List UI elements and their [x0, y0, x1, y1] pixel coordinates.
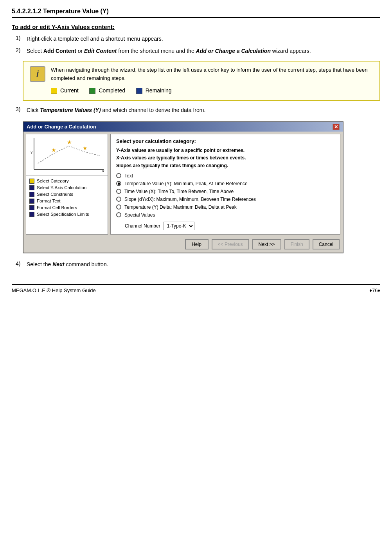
dialog-step-format-borders: Format Cell Borders — [29, 204, 104, 211]
footer-left: MEGAM.O.L.E.® Help System Guide — [12, 287, 96, 293]
svg-text:X: X — [101, 169, 104, 173]
note-content: When navigating through the wizard, the … — [51, 66, 373, 95]
dialog-footer: Help << Previous Next >> Finish Cancel — [23, 237, 343, 253]
dialog-title: Add or Change a Calculation — [27, 124, 96, 130]
step-label-0: Select Category — [37, 179, 69, 183]
current-label: Current — [60, 87, 79, 95]
channel-label: Channel Number — [125, 223, 160, 229]
previous-button[interactable]: << Previous — [212, 239, 249, 249]
step-swatch-4 — [29, 205, 34, 210]
dialog-desc-1: X-Axis values are typically times or tim… — [116, 155, 334, 161]
step-swatch-2 — [29, 192, 34, 197]
dialog-step-constraints: Select Constraints — [29, 191, 104, 198]
radio-slope-circle — [116, 197, 121, 202]
step-label-3: Format Text — [37, 199, 61, 203]
channel-row: Channel Number 1-Type-K — [125, 222, 334, 230]
completed-label: Completed — [99, 87, 125, 95]
dialog-step-select-category: Select Category — [29, 178, 104, 184]
step-label-1: Select Y-Axis Calculation — [37, 185, 86, 190]
step-label-2: Select Constraints — [37, 192, 73, 197]
step-3-content: Click Temperature Values (Y) and which c… — [27, 106, 380, 114]
dialog-step-format-text: Format Text — [29, 198, 104, 204]
step-1-content: Right-click a template cell and a shortc… — [27, 35, 380, 43]
dialog-body: Y X ★ ★ ★ Select Category Se — [23, 132, 343, 237]
radio-group: Text Temperature Value (Y): Minimum, Pea… — [116, 173, 334, 218]
step-label-5: Select Specification Limits — [37, 212, 89, 217]
remaining-label: Remaining — [146, 87, 172, 95]
note-box: i When navigating through the wizard, th… — [23, 61, 380, 101]
radio-temp-y-label: Temperature Value (Y): Minimum, Peak, At… — [124, 181, 248, 186]
dialog-heading: Select your calculation category: — [116, 138, 334, 144]
radio-slope-label: Slope (dY/dX): Maximum, Minimum, Between… — [124, 197, 256, 202]
radio-special-label: Special Values — [124, 212, 155, 218]
step-4: 4) Select the Next command button. — [12, 260, 380, 269]
dialog-graph: Y X ★ ★ ★ — [26, 134, 108, 175]
step-2: 2) Select Add Content or Edit Content fr… — [12, 47, 380, 55]
svg-text:★: ★ — [83, 145, 88, 151]
step-3: 3) Click Temperature Values (Y) and whic… — [12, 106, 380, 114]
dialog-step-y-axis: Select Y-Axis Calculation — [29, 184, 104, 191]
step-swatch-5 — [29, 212, 34, 217]
svg-text:★: ★ — [67, 139, 72, 145]
radio-slope[interactable]: Slope (dY/dX): Maximum, Minimum, Between… — [116, 197, 334, 202]
svg-text:Y: Y — [30, 150, 33, 154]
dialog-right-panel: Select your calculation category: Y-Axis… — [110, 134, 340, 235]
radio-text-label: Text — [124, 173, 133, 179]
dialog-left-panel: Y X ★ ★ ★ Select Category Se — [26, 134, 108, 235]
step-4-content: Select the Next command button. — [27, 260, 380, 269]
radio-text[interactable]: Text — [116, 173, 334, 179]
color-key: Current Completed Remaining — [51, 87, 373, 95]
radio-time-x-circle — [116, 189, 121, 194]
step-2-num: 2) — [16, 47, 27, 55]
radio-text-circle — [116, 173, 121, 178]
dialog-steps-list: Select Category Select Y-Axis Calculatio… — [26, 175, 108, 220]
radio-temp-y-circle — [116, 181, 121, 186]
step-2-content: Select Add Content or Edit Content from … — [27, 47, 380, 55]
next-button[interactable]: Next >> — [252, 239, 281, 249]
radio-special-circle — [116, 212, 121, 217]
cancel-button[interactable]: Cancel — [313, 239, 340, 249]
dialog-close-button[interactable]: ✕ — [333, 124, 340, 130]
step-3-num: 3) — [16, 106, 27, 114]
step-swatch-1 — [29, 185, 34, 190]
page-title: 5.4.2.2.1.2 Temperature Value (Y) — [12, 8, 380, 15]
svg-text:★: ★ — [51, 146, 56, 153]
dialog: Add or Change a Calculation ✕ Y X ★ — [23, 121, 343, 253]
page-header: 5.4.2.2.1.2 Temperature Value (Y) — [12, 8, 380, 18]
step-1-num: 1) — [16, 35, 27, 43]
info-icon: i — [30, 66, 45, 82]
dialog-titlebar: Add or Change a Calculation ✕ — [23, 122, 343, 132]
radio-temp-delta-label: Temperature (Y) Delta: Maximum Delta, De… — [124, 204, 237, 210]
finish-button[interactable]: Finish — [284, 239, 309, 249]
completed-swatch — [89, 88, 95, 94]
remaining-swatch — [136, 88, 142, 94]
page-footer: MEGAM.O.L.E.® Help System Guide ♦76♦ — [12, 284, 380, 293]
step-1: 1) Right-click a template cell and a sho… — [12, 35, 380, 43]
dialog-desc-0: Y-Axis values are usually for a specific… — [116, 147, 334, 154]
section-title: To add or edit Y-Axis Values content: — [12, 23, 380, 30]
radio-time-x-label: Time Value (X): Time To, Time Between, T… — [124, 189, 234, 194]
step-label-4: Format Cell Borders — [37, 205, 77, 210]
help-button[interactable]: Help — [185, 239, 209, 249]
channel-select[interactable]: 1-Type-K — [164, 222, 194, 230]
radio-temp-delta-circle — [116, 204, 121, 210]
radio-special[interactable]: Special Values — [116, 212, 334, 218]
dialog-desc-2: Slopes are typically the rates things ar… — [116, 163, 334, 169]
step-swatch-3 — [29, 199, 34, 204]
current-swatch — [51, 88, 57, 94]
radio-time-x[interactable]: Time Value (X): Time To, Time Between, T… — [116, 189, 334, 194]
note-text: When navigating through the wizard, the … — [51, 67, 368, 81]
radio-temp-delta[interactable]: Temperature (Y) Delta: Maximum Delta, De… — [116, 204, 334, 210]
radio-temp-y[interactable]: Temperature Value (Y): Minimum, Peak, At… — [116, 181, 334, 186]
step-swatch-0 — [29, 179, 34, 184]
step-4-num: 4) — [16, 260, 27, 269]
footer-right: ♦76♦ — [369, 287, 380, 293]
dialog-step-spec-limits: Select Specification Limits — [29, 211, 104, 218]
